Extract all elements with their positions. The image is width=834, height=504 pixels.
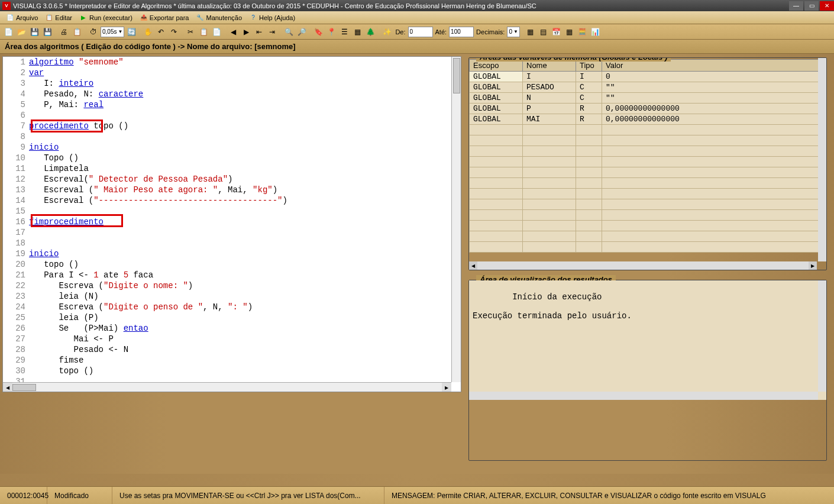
code-line[interactable]: 19inicio <box>3 248 461 259</box>
code-line[interactable]: 2var <box>3 67 461 78</box>
var-row[interactable]: GLOBALPR0,00000000000000 <box>470 104 826 114</box>
stats-button[interactable]: 📊 <box>590 26 602 38</box>
menu-editar[interactable]: 📋Editar <box>41 11 76 24</box>
code-line[interactable]: 29 fimse <box>3 355 461 366</box>
code-line[interactable]: 14 Escreval ("--------------------------… <box>3 195 461 206</box>
vars-vscrollbar[interactable] <box>818 58 826 261</box>
redo-button[interactable]: ↷ <box>168 26 180 38</box>
code-line[interactable]: 22 Escreva ("Digite o nome: ") <box>3 280 461 291</box>
grid2-button[interactable]: ▦ <box>564 26 576 38</box>
saveas-button[interactable]: 💾 <box>41 26 53 38</box>
replace-button[interactable]: 🔎 <box>296 26 308 38</box>
code-line[interactable]: 16fimprocedimento <box>3 217 461 227</box>
refresh-button[interactable]: 🔄 <box>125 26 137 38</box>
var-row[interactable]: GLOBALPESADOC"" <box>470 82 826 93</box>
paste-button[interactable]: 📄 <box>211 26 222 38</box>
de-input[interactable] <box>408 27 433 37</box>
ate-input[interactable] <box>449 27 474 37</box>
grid-button[interactable]: ▦ <box>351 26 363 38</box>
table-button[interactable]: ▦ <box>525 26 536 38</box>
indent-left-button[interactable]: ◀ <box>227 26 239 38</box>
var-cell-tipo: R <box>576 104 602 114</box>
dec-combo[interactable]: 0▼ <box>507 27 519 37</box>
code-line[interactable]: 3 I: inteiro <box>3 78 461 89</box>
indent-right-button[interactable]: ▶ <box>240 26 252 38</box>
menu-run[interactable]: ▶Run (executar) <box>76 11 136 24</box>
code-line[interactable]: 31 <box>3 376 461 382</box>
code-editor[interactable]: 1algoritmo "semnome"2var3 I: inteiro4 Pe… <box>2 56 461 392</box>
vars-button[interactable]: ▤ <box>538 26 549 38</box>
scroll-left-icon[interactable]: ◀ <box>3 383 12 392</box>
hscroll-thumb[interactable] <box>12 384 36 391</box>
line-number: 29 <box>3 355 29 366</box>
code-line[interactable]: 10 Topo () <box>3 153 461 163</box>
code-line[interactable]: 9inicio <box>3 142 461 153</box>
find-button[interactable]: 🔍 <box>283 26 295 38</box>
code-line[interactable]: 25 leia (P) <box>3 312 461 323</box>
code-line[interactable]: 24 Escreva ("Digite o penso de ", N, ": … <box>3 302 461 312</box>
results-hscrollbar[interactable] <box>469 392 818 400</box>
vscroll-thumb[interactable] <box>453 58 460 93</box>
undo-button[interactable]: ↶ <box>155 26 167 38</box>
hand-button[interactable]: ✋ <box>142 26 154 38</box>
code-line[interactable]: 11 Limpatela <box>3 163 461 174</box>
code-vscrollbar[interactable] <box>451 57 461 382</box>
code-line[interactable]: 7procedimento topo () <box>3 121 461 131</box>
code-line[interactable]: 21 Para I <- 1 ate 5 faca <box>3 270 461 280</box>
var-cell-valor: 0,00000000000000 <box>602 104 826 114</box>
code-line[interactable]: 26 Se (P>Mai) entao <box>3 323 461 334</box>
var-row[interactable]: GLOBALNC"" <box>470 93 826 104</box>
results-vscrollbar[interactable] <box>818 280 826 392</box>
scroll-right-icon[interactable]: ▶ <box>809 261 817 270</box>
var-row[interactable]: GLOBALMAIR0,00000000000000 <box>470 114 826 125</box>
scroll-left-icon[interactable]: ◀ <box>469 261 477 270</box>
maximize-button[interactable]: ▭ <box>804 1 819 11</box>
code-line[interactable]: 12 Escreval(" Detector de Pessoa Pesada"… <box>3 174 461 185</box>
code-line[interactable]: 13 Escreval (" Maior Peso ate agora: ", … <box>3 185 461 195</box>
copy-button[interactable]: 📋 <box>198 26 209 38</box>
save-button[interactable]: 💾 <box>28 26 40 38</box>
code-line[interactable]: 5 P, Mai: real <box>3 99 461 110</box>
list-button[interactable]: ☰ <box>338 26 350 38</box>
open-button[interactable]: 📂 <box>15 26 27 38</box>
code-line[interactable]: 20 topo () <box>3 259 461 270</box>
code-hscrollbar[interactable]: ◀ ▶ <box>3 382 451 392</box>
goto-button[interactable]: 📍 <box>325 26 337 38</box>
preview-button[interactable]: 📋 <box>71 26 83 38</box>
code-line[interactable]: 17 <box>3 227 461 238</box>
menu-arquivo[interactable]: 📄Arquivo <box>2 11 41 24</box>
results-text: Início da execução Execução terminada pe… <box>473 292 632 321</box>
timer-icon[interactable]: ⏱ <box>88 26 99 38</box>
code-line[interactable]: 6 <box>3 110 461 121</box>
indent-button[interactable]: ⇥ <box>266 26 278 38</box>
bookmark-button[interactable]: 🔖 <box>312 26 324 38</box>
code-line[interactable]: 30 topo () <box>3 366 461 376</box>
close-button[interactable]: ✕ <box>820 1 834 11</box>
scroll-right-icon[interactable]: ▶ <box>442 383 451 392</box>
new-button[interactable]: 📄 <box>2 26 14 38</box>
vars-hscrollbar[interactable]: ◀ ▶ <box>469 261 817 270</box>
minimize-button[interactable]: — <box>789 1 803 11</box>
status-modified: Modificado <box>47 487 112 504</box>
abacus-button[interactable]: 🧮 <box>577 26 589 38</box>
code-line[interactable]: 28 Pesado <- N <box>3 344 461 355</box>
code-line[interactable]: 23 leia (N) <box>3 291 461 302</box>
menu-help[interactable]: ?Help (Ajuda) <box>245 11 299 24</box>
code-line[interactable]: 27 Mai <- P <box>3 334 461 344</box>
outdent-button[interactable]: ⇤ <box>253 26 265 38</box>
calendar-button[interactable]: 📅 <box>551 26 563 38</box>
code-line[interactable]: 8 <box>3 131 461 142</box>
code-line[interactable]: 18 <box>3 238 461 248</box>
cut-button[interactable]: ✂ <box>185 26 196 38</box>
code-line[interactable]: 1algoritmo "semnome" <box>3 57 461 67</box>
results-group: Área de visualização dos resultados Iníc… <box>468 280 827 461</box>
wand-button[interactable]: ✨ <box>381 26 393 38</box>
menu-manutencao[interactable]: 🔧Manutenção <box>192 11 245 24</box>
var-row[interactable]: GLOBALII0 <box>470 72 826 82</box>
code-line[interactable]: 15 <box>3 206 461 217</box>
timer-combo[interactable]: 0,05s▼ <box>101 27 124 37</box>
tree-button[interactable]: 🌲 <box>364 26 376 38</box>
print-button[interactable]: 🖨 <box>58 26 70 38</box>
code-line[interactable]: 4 Pesado, N: caractere <box>3 89 461 99</box>
menu-exportar[interactable]: 📤Exportar para <box>136 11 193 24</box>
